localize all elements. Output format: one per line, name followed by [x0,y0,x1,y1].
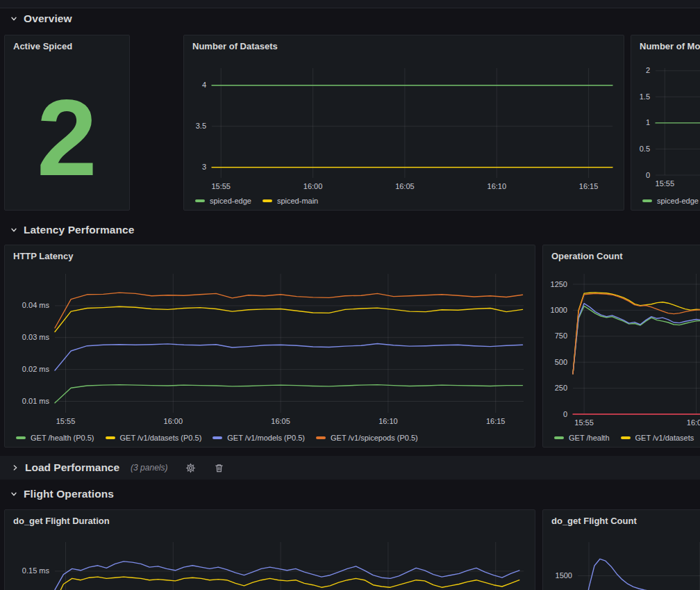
svg-text:15:55: 15:55 [56,417,76,425]
svg-text:0.15 ms: 0.15 ms [22,566,50,575]
svg-text:0.01 ms: 0.01 ms [22,397,50,405]
svg-text:0: 0 [646,171,650,179]
legend-series-dash [16,436,26,439]
legend-series-dash [554,436,564,439]
section-overview-label: Overview [24,13,72,25]
panel-title-active-spiced[interactable]: Active Spiced [5,35,129,56]
svg-text:15:55: 15:55 [656,179,675,188]
panel-operation-count: Operation Count 15:5516:0016:0516:1016:1… [542,245,700,448]
legend-series-label: GET /v1/datasets [635,434,694,442]
panel-title-number-of-datasets[interactable]: Number of Datasets [184,35,624,56]
svg-text:250: 250 [555,384,567,392]
legend-item[interactable]: GET /v1/spicepods (P0.5) [316,434,418,442]
svg-text:0.02 ms: 0.02 ms [22,365,50,373]
svg-text:16:05: 16:05 [395,182,415,190]
panel-title-flight-count[interactable]: do_get Flight Count [543,510,700,531]
legend-http-latency: GET /health (P0.5)GET /v1/datasets (P0.5… [5,429,535,447]
svg-text:1000: 1000 [551,306,567,314]
legend-series-dash [642,199,652,202]
section-flight-label: Flight Operations [24,488,114,500]
legend-series-label: spiced-main [277,197,318,205]
svg-text:1250: 1250 [551,280,567,288]
svg-text:1.5: 1.5 [640,92,650,101]
svg-text:3.5: 3.5 [196,122,206,130]
legend-series-dash [195,199,205,202]
panel-number-of-datasets: Number of Datasets 15:5516:0016:0516:101… [183,35,624,211]
legend-series-dash [106,436,115,439]
panel-do-get-flight-count: do_get Flight Count 15:5516:0016:0516:10… [542,509,700,590]
svg-text:0.5: 0.5 [640,145,650,153]
svg-text:16:15: 16:15 [486,417,506,425]
legend-series-dash [212,436,222,439]
section-load-label: Load Performance [25,461,119,474]
svg-text:2: 2 [646,66,650,74]
chart-http-latency: 15:5516:0016:0516:1016:150.01 ms0.02 ms0… [5,266,535,429]
chevron-down-icon [10,15,18,23]
svg-text:15:55: 15:55 [211,182,231,190]
panel-title-http-latency[interactable]: HTTP Latency [5,245,535,266]
legend-series-dash [316,436,326,439]
legend-series-label: GET /health [569,434,610,442]
legend-item[interactable]: GET /health [554,434,610,442]
legend-series-label: spiced-edge [657,197,699,205]
chart-number-of-datasets: 15:5516:0016:0516:1016:1533.54 [184,56,624,192]
legend-item[interactable]: GET /health (P0.5) [16,434,94,442]
legend-item[interactable]: spiced-edge [642,197,699,205]
panel-number-of-models: Number of Models 15:5516:0016:0516:1016:… [631,35,700,211]
legend-number-of-datasets: spiced-edgespiced-main [184,192,624,210]
gear-icon[interactable] [185,463,196,473]
chevron-down-icon [10,490,18,498]
panel-http-latency: HTTP Latency 15:5516:0016:0516:1016:150.… [4,245,535,448]
legend-number-of-models: spiced-edge [631,192,700,210]
legend-series-label: GET /v1/spicepods (P0.5) [331,434,418,442]
top-bar [0,0,700,8]
legend-operation-count: GET /healthGET /v1/datasetsGET /v1/model… [543,429,700,447]
trash-icon[interactable] [214,463,224,473]
svg-text:16:00: 16:00 [303,182,323,190]
svg-text:0: 0 [563,410,567,418]
section-load-performance[interactable]: Load Performance (3 panels) [0,456,700,480]
section-flight-operations[interactable]: Flight Operations [10,486,114,502]
svg-text:750: 750 [555,331,567,340]
grafana-dashboard: Overview Active Spiced 2 Number of Datas… [0,0,700,590]
stat-active-spiced-value: 2 [5,56,129,210]
chart-operation-count: 15:5516:0016:0516:1016:15025050075010001… [543,266,700,429]
legend-series-dash [262,199,272,202]
svg-text:16:00: 16:00 [687,418,700,427]
svg-text:16:10: 16:10 [378,417,398,425]
chart-number-of-models: 15:5516:0016:0516:1016:1500.511.52 [631,56,700,192]
panel-active-spiced: Active Spiced 2 [4,35,130,211]
svg-text:16:05: 16:05 [271,417,290,425]
svg-text:15:55: 15:55 [574,418,594,427]
svg-text:16:00: 16:00 [164,417,183,425]
svg-text:16:15: 16:15 [579,182,599,190]
panel-title-flight-duration[interactable]: do_get Flight Duration [5,510,535,531]
chart-flight-duration: 15:5516:0016:0516:1016:150.15 ms0.10 ms [5,531,535,590]
chevron-down-icon [10,226,18,234]
svg-text:1: 1 [646,118,650,126]
legend-item[interactable]: spiced-edge [195,197,251,205]
svg-text:3: 3 [202,163,206,171]
legend-item[interactable]: spiced-main [262,197,318,205]
svg-text:0.04 ms: 0.04 ms [22,301,50,309]
panel-title-operation-count[interactable]: Operation Count [543,245,700,266]
legend-series-label: GET /v1/models (P0.5) [227,434,305,442]
panel-title-number-of-models[interactable]: Number of Models [631,35,700,56]
svg-text:0.03 ms: 0.03 ms [22,333,50,341]
legend-item[interactable]: GET /v1/models (P0.5) [212,434,305,442]
legend-item[interactable]: GET /v1/datasets [621,434,694,442]
panel-do-get-flight-duration: do_get Flight Duration 15:5516:0016:0516… [4,509,535,590]
section-latency-performance[interactable]: Latency Performance [10,222,135,238]
section-latency-label: Latency Performance [24,224,135,236]
svg-text:16:10: 16:10 [488,182,507,190]
legend-item[interactable]: GET /v1/datasets (P0.5) [106,434,202,442]
svg-text:500: 500 [555,358,567,366]
chart-flight-count: 15:5516:0016:0516:1016:1515001000 [543,531,700,590]
legend-series-label: spiced-edge [210,197,251,205]
svg-text:1500: 1500 [556,571,572,580]
legend-series-dash [621,436,631,439]
legend-series-label: GET /health (P0.5) [31,434,94,442]
section-overview[interactable]: Overview [10,10,72,27]
chevron-right-icon [11,464,19,472]
section-load-panels-note: (3 panels) [131,463,167,473]
